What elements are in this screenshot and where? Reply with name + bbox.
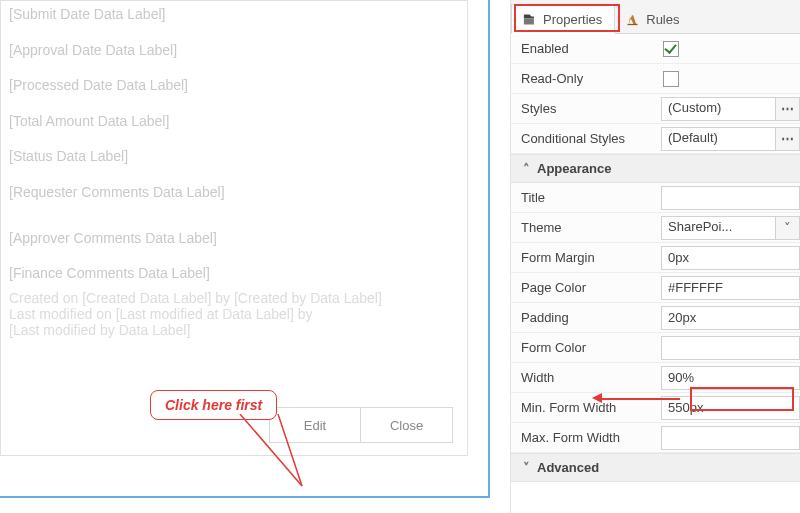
section-header-advanced[interactable]: ˅ Advanced [511,453,800,482]
theme-select[interactable]: SharePoi... [661,216,776,240]
section-general: Enabled Read-Only Styles (Custom) ⋯ Cond… [511,34,800,154]
form-color-input[interactable] [661,336,800,360]
prop-row-readonly: Read-Only [511,64,800,94]
section-header-appearance[interactable]: ˄ Appearance [511,154,800,183]
meta-text: Created on [9,290,82,306]
title-input[interactable] [661,186,800,210]
section-title: Advanced [537,460,599,475]
arrow-head-icon [592,393,602,403]
svg-rect-1 [628,24,638,25]
prop-label: Form Color [511,340,661,355]
chevron-down-icon[interactable]: ˅ [776,216,800,240]
meta-label: [Created by Data Label] [234,290,382,306]
enabled-checkbox[interactable] [663,41,679,57]
meta-text: by [211,290,234,306]
styles-ellipsis-button[interactable]: ⋯ [776,97,800,121]
width-input[interactable] [661,366,800,390]
section-title: Appearance [537,161,611,176]
prop-label: Conditional Styles [511,131,661,146]
data-label[interactable]: [Submit Date Data Label] [9,5,459,25]
tab-label: Rules [646,12,679,27]
meta-text: by [294,306,313,322]
tab-label: Properties [543,12,602,27]
annotation-bubble: Click here first [150,390,277,420]
section-appearance: Title Theme SharePoi... ˅ Form Margin Pa… [511,183,800,453]
data-label[interactable]: [Requester Comments Data Label] [9,183,459,203]
styles-value[interactable]: (Custom) [661,97,776,121]
form-body[interactable]: [Submit Date Data Label] [Approval Date … [0,0,468,456]
data-label[interactable]: [Approval Date Data Label] [9,41,459,61]
data-label[interactable]: [Total Amount Data Label] [9,112,459,132]
conditional-styles-value[interactable]: (Default) [661,127,776,151]
max-form-width-input[interactable] [661,426,800,450]
prop-row-enabled: Enabled [511,34,800,64]
edit-button[interactable]: Edit [269,407,361,443]
meta-text: Last modified on [9,306,116,322]
prop-row-padding: Padding [511,303,800,333]
data-label[interactable]: [Status Data Label] [9,147,459,167]
prop-label: Enabled [511,41,661,56]
prop-label: Read-Only [511,71,661,86]
meta-label: [Last modified by Data Label] [9,322,459,338]
meta-label: [Created Data Label] [82,290,211,306]
prop-label: Form Margin [511,250,661,265]
prop-label: Min. Form Width [511,400,661,415]
rules-icon [625,12,640,27]
svg-rect-0 [524,18,534,24]
properties-panel: Properties Rules Enabled Read-Only Style… [510,0,800,513]
prop-row-title: Title [511,183,800,213]
prop-row-form-margin: Form Margin [511,243,800,273]
form-meta-text: Created on [Created Data Label] by [Crea… [9,290,459,338]
prop-label: Padding [511,310,661,325]
form-canvas-area[interactable]: [Submit Date Data Label] [Approval Date … [0,0,490,513]
panel-tabs: Properties Rules [511,0,800,34]
prop-row-page-color: Page Color [511,273,800,303]
form-button-bar: Edit Close [269,407,453,443]
prop-label: Styles [511,101,661,116]
data-label[interactable]: [Finance Comments Data Label] [9,264,459,284]
annotation-arrow [600,398,680,400]
prop-label: Page Color [511,280,661,295]
conditional-styles-ellipsis-button[interactable]: ⋯ [776,127,800,151]
prop-label: Theme [511,220,661,235]
data-label[interactable]: [Approver Comments Data Label] [9,229,459,249]
prop-label: Title [511,190,661,205]
data-labels-list: [Submit Date Data Label] [Approval Date … [9,5,459,284]
prop-label: Width [511,370,661,385]
prop-row-theme: Theme SharePoi... ˅ [511,213,800,243]
prop-label: Max. Form Width [511,430,661,445]
min-form-width-input[interactable] [661,396,800,420]
prop-row-form-color: Form Color [511,333,800,363]
readonly-checkbox[interactable] [663,71,679,87]
chevron-up-icon: ˄ [519,161,533,176]
prop-row-styles: Styles (Custom) ⋯ [511,94,800,124]
form-margin-input[interactable] [661,246,800,270]
tab-rules[interactable]: Rules [615,5,691,33]
meta-label: [Last modified at Data Label] [116,306,294,322]
close-button[interactable]: Close [361,407,453,443]
data-label[interactable]: [Processed Date Data Label] [9,76,459,96]
chevron-down-icon: ˅ [519,460,533,475]
tab-properties[interactable]: Properties [511,4,615,34]
page-color-input[interactable] [661,276,800,300]
prop-row-width: Width [511,363,800,393]
padding-input[interactable] [661,306,800,330]
properties-icon [522,12,537,27]
prop-row-conditional-styles: Conditional Styles (Default) ⋯ [511,124,800,154]
prop-row-max-form-width: Max. Form Width [511,423,800,453]
